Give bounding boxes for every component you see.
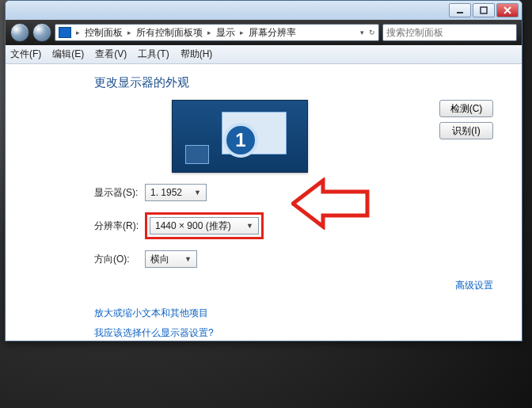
title-bar xyxy=(6,1,522,20)
content-area: 更改显示器的外观 1 检测(C) 识别(I) 显示器(S): 1. 1952 ▼ xyxy=(6,64,522,341)
maximize-button[interactable] xyxy=(473,3,495,17)
page-title: 更改显示器的外观 xyxy=(94,75,522,90)
nav-bar: ▸ 控制面板 ▸ 所有控制面板项 ▸ 显示 ▸ 屏幕分辨率 ▾ ↻ xyxy=(6,20,522,45)
detect-button[interactable]: 检测(C) xyxy=(439,100,493,117)
close-button[interactable] xyxy=(496,3,519,17)
address-bar[interactable]: ▸ 控制面板 ▸ 所有控制面板项 ▸ 显示 ▸ 屏幕分辨率 ▾ ↻ xyxy=(55,24,379,41)
search-input[interactable] xyxy=(386,27,513,38)
display-preview[interactable]: 1 xyxy=(172,100,308,173)
resolution-select[interactable]: 1440 × 900 (推荐) ▼ xyxy=(150,217,259,235)
control-panel-window: ▸ 控制面板 ▸ 所有控制面板项 ▸ 显示 ▸ 屏幕分辨率 ▾ ↻ 文件(F) … xyxy=(5,0,522,341)
crumb-all-items[interactable]: 所有控制面板项 xyxy=(136,26,203,40)
menu-bar: 文件(F) 编辑(E) 查看(V) 工具(T) 帮助(H) xyxy=(6,45,522,64)
refresh-icon[interactable]: ↻ xyxy=(369,29,375,36)
enlarge-text-link[interactable]: 放大或缩小文本和其他项目 xyxy=(94,307,208,318)
chevron-down-icon: ▼ xyxy=(194,189,201,196)
display-label: 显示器(S): xyxy=(94,186,145,200)
chevron-right-icon: ▸ xyxy=(127,29,131,36)
resolution-select-value: 1440 × 900 (推荐) xyxy=(155,219,231,233)
back-button[interactable] xyxy=(10,23,29,42)
highlight-resolution: 1440 × 900 (推荐) ▼ xyxy=(145,212,264,239)
menu-view[interactable]: 查看(V) xyxy=(95,48,127,61)
chevron-down-icon: ▼ xyxy=(246,222,253,230)
crumb-resolution[interactable]: 屏幕分辨率 xyxy=(249,26,296,40)
menu-edit[interactable]: 编辑(E) xyxy=(52,48,84,61)
orientation-label: 方向(O): xyxy=(94,253,145,266)
display-select-value: 1. 1952 xyxy=(150,187,182,198)
monitor-number-badge: 1 xyxy=(223,123,258,158)
forward-button[interactable] xyxy=(32,23,51,42)
minimize-button[interactable] xyxy=(449,3,471,17)
menu-file[interactable]: 文件(F) xyxy=(10,48,41,61)
control-panel-icon xyxy=(59,27,71,38)
which-display-link[interactable]: 我应该选择什么显示器设置? xyxy=(94,327,214,338)
search-box[interactable] xyxy=(382,24,517,41)
chevron-down-icon[interactable]: ▾ xyxy=(360,29,364,36)
advanced-settings-link[interactable]: 高级设置 xyxy=(455,280,493,291)
identify-button[interactable]: 识别(I) xyxy=(439,122,493,139)
menu-tools[interactable]: 工具(T) xyxy=(138,48,169,61)
menu-help[interactable]: 帮助(H) xyxy=(180,48,213,61)
chevron-right-icon: ▸ xyxy=(76,29,80,36)
svg-rect-1 xyxy=(481,7,487,13)
chevron-right-icon: ▸ xyxy=(207,29,211,36)
chevron-down-icon: ▼ xyxy=(184,255,192,263)
display-select[interactable]: 1. 1952 ▼ xyxy=(145,184,207,201)
resolution-label: 分辨率(R): xyxy=(94,219,145,233)
crumb-control-panel[interactable]: 控制面板 xyxy=(85,26,123,40)
monitor-thumb-1 xyxy=(185,145,209,164)
orientation-select[interactable]: 横向 ▼ xyxy=(145,250,197,268)
orientation-select-value: 横向 xyxy=(150,253,169,266)
crumb-display[interactable]: 显示 xyxy=(216,26,235,40)
chevron-right-icon: ▸ xyxy=(240,29,244,36)
